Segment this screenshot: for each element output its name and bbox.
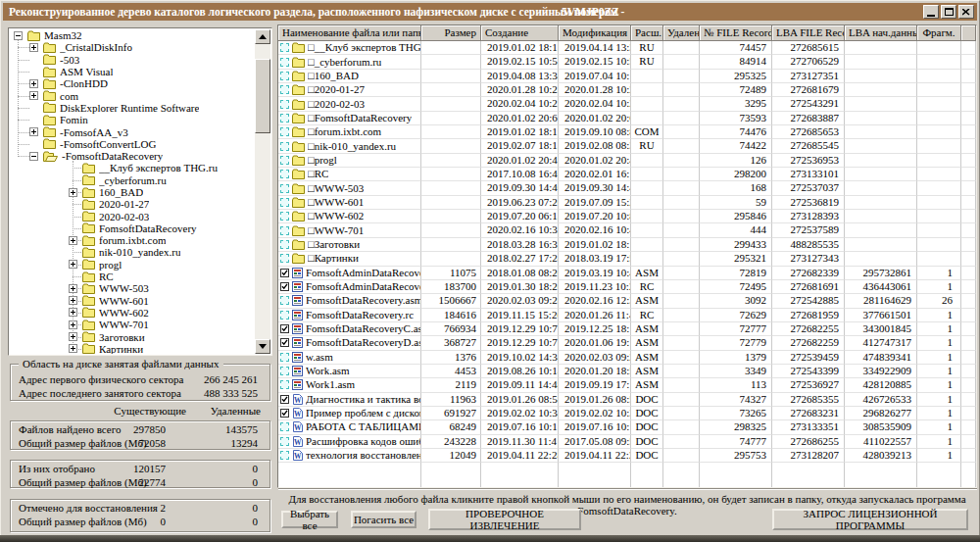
tree-item[interactable]: Картинки [10,343,255,354]
checkbox-unchecked[interactable] [280,311,289,320]
checkbox-unchecked[interactable] [280,142,289,151]
table-row[interactable]: FomsoftDataRecovery.rc1846162019.11.15 1… [278,309,976,322]
checkbox-checked[interactable] [280,269,289,277]
checkbox-unchecked[interactable] [280,437,289,446]
scroll-down-button[interactable] [255,339,270,354]
tree-item[interactable]: _CristalDiskInfo [10,41,255,53]
tree-item[interactable]: FomsoftDataRecovery [10,222,255,234]
close-button[interactable] [958,5,974,19]
tree-item[interactable]: Masm32 [10,29,255,41]
table-row[interactable]: WДиагностика и тактика восстан...1196320… [278,393,976,407]
expand-plus-icon[interactable] [69,296,77,305]
table-row[interactable]: FomsoftAdminDataRecovery.asm110752018.01… [278,267,976,280]
expand-plus-icon[interactable] [69,344,77,353]
tree-item[interactable]: nik-010_yandex.ru [10,246,255,258]
tree-item[interactable]: forum.ixbt.com [10,234,255,246]
checkbox-unchecked[interactable] [280,212,289,221]
checkbox-unchecked[interactable] [280,380,289,389]
collapse-minus-icon[interactable] [29,152,38,161]
tree-item[interactable]: Заготовки [10,330,255,342]
table-row[interactable]: □160_BAD2019.04.08 13:342019.07.04 10:17… [278,70,976,83]
tree-item[interactable]: -FomsofAA_v3 [10,125,255,137]
table-row[interactable]: □Картинки2018.02.27 17:242018.03.19 17:5… [278,252,976,266]
table-row[interactable]: □2020-02-032020.02.04 10:222020.02.04 10… [278,97,976,111]
select-all-button[interactable]: Выбрать все [281,511,338,528]
column-header[interactable] [961,25,976,41]
tree-item[interactable]: WWW-602 [10,307,255,319]
column-header[interactable]: Модификация [559,25,631,41]
tree-item[interactable]: WWW-601 [10,295,255,307]
table-row[interactable]: FomsoftDataRecoveryC.asm7669342019.12.29… [278,322,976,336]
expand-plus-icon[interactable] [69,236,77,245]
expand-plus-icon[interactable] [29,79,38,88]
table-row[interactable]: WРасшифровка кодов ошибок Ge...243228201… [278,435,976,449]
table-row[interactable]: □Заготовки2018.03.28 16:352019.01.02 18:… [278,238,976,252]
table-row[interactable]: □WWW-6012019.06.23 07:262019.07.09 15:27… [278,196,976,210]
table-row[interactable]: Work1.asm21192019.09.11 14:482019.09.19 … [278,378,976,392]
expand-plus-icon[interactable] [29,43,38,52]
clear-all-button[interactable]: Погасить все [351,511,416,528]
license-request-button[interactable]: ЗАПРОС ЛИЦЕНЗИОННОЙ ПРОГРАММЫ [772,509,968,530]
table-row[interactable]: Work.asm44532019.08.26 10:142020.01.20 1… [278,365,976,378]
checkbox-unchecked[interactable] [280,367,289,375]
collapse-minus-icon[interactable] [14,31,23,40]
checkbox-unchecked[interactable] [280,422,289,431]
checkbox-unchecked[interactable] [280,254,289,263]
table-row[interactable]: WРАБОТА С ТАБЛИЦАМИ И С...682492019.07.1… [278,420,976,434]
table-row[interactable]: □WWW-7012020.02.16 10:322020.02.16 10:41… [278,223,976,237]
tree-item[interactable]: -503 [10,54,255,66]
minimize-button[interactable] [923,5,939,19]
column-header[interactable]: LBA нач.данных [845,25,917,41]
checkbox-unchecked[interactable] [280,127,289,136]
column-header[interactable]: Размер [421,25,481,41]
scroll-up-button[interactable] [255,29,270,44]
table-row[interactable]: Wтехнология восстановления дан...1204920… [278,449,976,463]
checkbox-unchecked[interactable] [280,114,289,123]
column-header[interactable]: Удален. [663,25,700,41]
checkbox-unchecked[interactable] [280,296,289,305]
tree-item[interactable]: DiskExplorer Runtime Software [10,102,255,114]
tree-item[interactable]: -ClonHDD [10,77,255,89]
tree-item[interactable]: 160_BAD [10,186,255,198]
checkbox-unchecked[interactable] [280,43,289,52]
table-row[interactable]: □RC2017.10.08 16:462020.02.01 16:1229820… [278,168,976,181]
tree-item[interactable]: progl [10,259,255,271]
expand-plus-icon[interactable] [69,260,77,269]
table-row[interactable]: FomsoftDataRecoveryD.asm3687272019.12.29… [278,336,976,350]
table-row[interactable]: □__Клуб экспертов THG.ru2019.01.02 18:15… [278,41,976,55]
checkbox-unchecked[interactable] [280,240,289,249]
test-extraction-button[interactable]: ПРОВЕРОЧНОЕ ИЗВЛЕЧЕНИЕ [428,509,581,530]
checkbox-unchecked[interactable] [280,451,289,460]
tree-item[interactable]: 2020-02-03 [10,210,255,222]
checkbox-checked[interactable] [280,324,289,333]
table-row[interactable]: □nik-010_yandex.ru2019.02.07 18:132019.0… [278,139,976,153]
checkbox-unchecked[interactable] [280,226,289,235]
checkbox-unchecked[interactable] [280,100,289,109]
table-row[interactable]: □FomsoftDataRecovery2020.01.02 20:62020.… [278,112,976,125]
tree-item[interactable]: 2020-01-27 [10,198,255,210]
table-row[interactable]: □forum.ixbt.com2019.01.02 18:152019.09.1… [278,125,976,139]
table-row[interactable]: □_cyberforum.ru2019.02.15 10:532019.02.1… [278,55,976,69]
tree-item[interactable]: ASM Visual [10,66,255,77]
tree-item[interactable]: com [10,89,255,101]
scroll-thumb[interactable] [255,59,270,133]
checkbox-unchecked[interactable] [280,72,289,80]
expand-plus-icon[interactable] [29,127,38,136]
checkbox-unchecked[interactable] [280,198,289,207]
tree-item[interactable]: _cyberforum.ru [10,174,255,186]
tree-item[interactable]: __Клуб экспертов THG.ru [10,162,255,173]
expand-plus-icon[interactable] [69,320,77,329]
tree-item[interactable]: RC [10,271,255,282]
checkbox-unchecked[interactable] [280,353,289,362]
table-row[interactable]: □WWW-5032019.09.30 14:402019.09.30 14:40… [278,181,976,195]
checkbox-unchecked[interactable] [280,85,289,94]
column-header[interactable]: Расш. [631,25,663,41]
table-row[interactable]: □2020-01-272020.01.28 10:232020.01.28 10… [278,83,976,97]
expand-plus-icon[interactable] [69,284,77,293]
table-row[interactable]: WПример проблем с диском.docx6919272019.… [278,407,976,420]
checkbox-checked[interactable] [280,395,289,404]
tree-item[interactable]: Fomin [10,114,255,125]
column-header[interactable]: № FILE Record [700,25,772,41]
checkbox-checked[interactable] [280,338,289,347]
checkbox-unchecked[interactable] [280,170,289,178]
